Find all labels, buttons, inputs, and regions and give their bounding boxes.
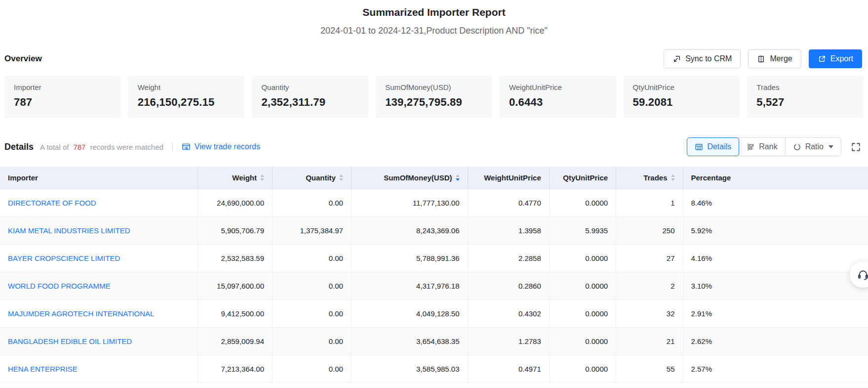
importer-link[interactable]: WORLD FOOD PROGRAMME [8, 282, 111, 290]
summarized-importer-report-page: Summarized Importer Report 2024-01-01 to… [0, 0, 868, 383]
table-body: DIRECTORATE OF FOOD 24,690,000.00 0.00 1… [0, 189, 868, 383]
quantity-cell: 0.00 [273, 355, 352, 383]
trades-cell: 250 [616, 217, 683, 244]
percentage-cell: 4.16% [683, 245, 868, 272]
table-row: BANGLADESH EDIBLE OIL LIMITED 2,859,009.… [0, 328, 868, 355]
sum-of-money-cell: 3,654,638.35 [352, 328, 468, 355]
column-header-importer: Importer [0, 167, 198, 189]
weight-unit-price-cell: 1.2783 [468, 328, 550, 355]
export-button[interactable]: Export [809, 49, 862, 68]
stat-value: 0.6443 [509, 96, 607, 109]
fullscreen-icon [851, 142, 861, 152]
tab-ratio[interactable]: Ratio [785, 138, 841, 156]
trades-cell: 1 [616, 189, 683, 216]
column-header-trades[interactable]: Trades [616, 167, 683, 189]
importer-link[interactable]: HENA ENTERPRISE [8, 365, 78, 373]
sync-to-crm-label: Sync to CRM [685, 54, 732, 63]
importer-link[interactable]: BANGLADESH EDIBLE OIL LIMITED [8, 337, 132, 345]
qty-unit-price-cell: 5.9935 [550, 217, 616, 244]
importer-cell: WORLD FOOD PROGRAMME [0, 272, 198, 300]
stat-card-trades: Trades 5,527 [747, 76, 864, 118]
stat-card-quantity: Quantity 2,352,311.79 [252, 76, 368, 118]
table-row: BAYER CROPSCIENCE LIMITED 2,532,583.59 0… [0, 245, 868, 272]
importer-cell: DIRECTORATE OF FOOD [0, 189, 198, 216]
overview-heading: Overview [4, 54, 42, 64]
view-trade-records-link[interactable]: View trade records [182, 142, 260, 151]
importer-link[interactable]: KIAM METAL INDUSTRIES LIMITED [8, 226, 130, 235]
weight-unit-price-cell: 0.2860 [468, 272, 550, 300]
details-heading: Details [4, 142, 34, 152]
weight-cell: 2,532,583.59 [198, 245, 273, 272]
trade-records-icon [182, 142, 191, 151]
sync-icon [672, 55, 681, 63]
view-switcher: Details Rank Ratio [687, 137, 841, 156]
sum-of-money-cell: 4,049,128.50 [352, 300, 468, 327]
matched-count: 787 [73, 143, 85, 151]
fullscreen-button[interactable] [851, 142, 861, 152]
importer-link[interactable]: BAYER CROPSCIENCE LIMITED [8, 254, 120, 262]
view-trade-records-label: View trade records [195, 142, 260, 151]
stat-card-importer: Importer 787 [4, 76, 121, 118]
tab-rank[interactable]: Rank [739, 138, 785, 156]
stat-label: Quantity [261, 83, 359, 91]
merge-label: Merge [770, 54, 792, 63]
chevron-down-icon [829, 145, 833, 148]
column-header-weight-unit-price: WeightUnitPrice [468, 167, 550, 189]
sort-icon[interactable] [339, 174, 343, 181]
qty-unit-price-cell: 0.0000 [550, 189, 616, 216]
column-header-quantity[interactable]: Quantity [273, 167, 352, 189]
sort-icon[interactable] [671, 174, 675, 181]
quantity-cell: 0.00 [273, 272, 352, 300]
stat-value: 787 [14, 96, 112, 109]
tab-details-label: Details [707, 142, 731, 151]
stat-label: QtyUnitPrice [633, 83, 731, 91]
importer-link[interactable]: DIRECTORATE OF FOOD [8, 199, 96, 207]
table-grid-icon [695, 143, 703, 151]
table-row: WORLD FOOD PROGRAMME 15,097,600.00 0.00 … [0, 272, 868, 300]
trades-cell: 55 [616, 355, 683, 383]
qty-unit-price-cell: 0.0000 [550, 272, 616, 300]
importer-cell: HENA ENTERPRISE [0, 355, 198, 383]
tab-details[interactable]: Details [687, 137, 739, 156]
details-toolbar: Details Rank Ratio [687, 137, 861, 156]
merge-button[interactable]: Merge [748, 49, 801, 68]
weight-unit-price-cell: 2.2858 [468, 245, 550, 272]
sum-of-money-cell: 8,243,369.06 [352, 217, 468, 244]
sort-icon-active-desc[interactable] [456, 174, 460, 181]
tab-ratio-label: Ratio [805, 142, 824, 151]
percentage-cell: 8.46% [683, 189, 868, 216]
percentage-cell: 3.10% [683, 272, 868, 300]
weight-unit-price-cell: 0.4971 [468, 355, 550, 383]
sum-of-money-cell: 11,777,130.00 [352, 189, 468, 216]
ratio-donut-icon [793, 143, 801, 151]
stat-label: WeightUnitPrice [509, 83, 607, 91]
rank-bars-icon [747, 143, 755, 151]
sync-to-crm-button[interactable]: Sync to CRM [664, 49, 741, 68]
sort-icon[interactable] [260, 174, 264, 181]
quantity-cell: 0.00 [273, 328, 352, 355]
weight-cell: 5,905,706.79 [198, 217, 273, 244]
stat-label: Importer [14, 83, 112, 91]
weight-cell: 9,412,500.00 [198, 300, 273, 327]
stat-card-weight-unit-price: WeightUnitPrice 0.6443 [500, 76, 616, 118]
weight-cell: 2,859,009.94 [198, 328, 273, 355]
table-header-row: Importer Weight Quantity SumOfMoney(USD)… [0, 167, 868, 189]
page-title: Summarized Importer Report [0, 0, 868, 18]
page-subtitle: 2024-01-01 to 2024-12-31,Product Descrip… [0, 26, 868, 36]
column-header-weight[interactable]: Weight [198, 167, 273, 189]
importer-table: Importer Weight Quantity SumOfMoney(USD)… [0, 167, 868, 383]
quantity-cell: 0.00 [273, 300, 352, 327]
sum-of-money-cell: 3,585,985.03 [352, 355, 468, 383]
matched-prefix: A total of [40, 143, 69, 151]
quantity-cell: 1,375,384.97 [273, 217, 352, 244]
stat-label: SumOfMoney(USD) [385, 83, 483, 91]
percentage-cell: 5.92% [683, 217, 868, 244]
export-label: Export [830, 54, 853, 63]
column-header-sum-of-money[interactable]: SumOfMoney(USD) [352, 167, 468, 189]
stat-value: 139,275,795.89 [385, 96, 483, 109]
importer-link[interactable]: MAJUMDER AGROTECH INTERNATIONAL [8, 309, 154, 318]
importer-cell: BAYER CROPSCIENCE LIMITED [0, 245, 198, 272]
table-row: KIAM METAL INDUSTRIES LIMITED 5,905,706.… [0, 217, 868, 245]
stat-value: 5,527 [756, 96, 854, 109]
qty-unit-price-cell: 0.0000 [550, 300, 616, 327]
